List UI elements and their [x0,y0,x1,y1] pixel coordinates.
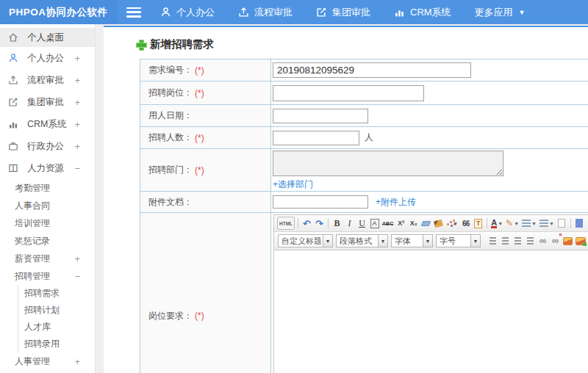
collapse-toggle[interactable]: − [74,163,80,174]
chevron-down-icon: ▼ [549,221,554,226]
book-icon [7,163,18,174]
sidebar-item-group-approval[interactable]: 集团审批 + [0,91,95,113]
image-icon [563,237,573,245]
sidebar-item-recruit-plan[interactable]: 招聘计划 [18,302,95,319]
sidebar-item-desktop[interactable]: 个人桌面 [0,28,95,47]
sidebar-item-flow-approval[interactable]: 流程审批 + [0,69,95,91]
menu-toggle-icon[interactable] [126,7,141,18]
remove-link-button[interactable]: ∞ [550,234,561,247]
demand-no-label: 需求编号：(*) [140,59,271,81]
sidebar-item-attendance[interactable]: 考勤管理 [0,179,95,197]
headcount-input[interactable] [273,131,359,145]
align-left-button[interactable] [487,234,498,247]
unordered-list-button[interactable]: ▼ [539,217,555,230]
attachment-label: 附件文档： [140,192,271,212]
paste-text-button[interactable]: T [474,219,483,228]
user-icon [160,7,176,18]
font-family-select[interactable]: 字体 ▼ [391,234,433,247]
highlight-color-button[interactable]: ✎▼ [505,217,520,230]
sidebar-item-hr[interactable]: 人力资源 − [0,157,95,179]
attachment-upload-link[interactable]: +附件上传 [376,196,416,209]
source-html-button[interactable]: HTML [277,217,295,230]
editor-content-area[interactable] [274,250,588,373]
image-plus-icon [576,237,586,245]
auto-typeset-button[interactable]: ▼ [445,217,459,230]
undo-icon[interactable]: ↶ [301,217,312,230]
chevron-down-icon: ▼ [514,221,519,226]
sidebar-item-rewards[interactable]: 奖惩记录 [0,232,95,250]
sidebar-item-hr-contract[interactable]: 人事合同 [0,197,95,214]
format-brush-button[interactable] [433,217,444,230]
clipped-toolbar-icon[interactable] [576,219,583,228]
attachment-input[interactable] [273,195,368,209]
sidebar-item-hr-mgmt[interactable]: 人事管理 + [0,352,95,370]
flow-approval-icon [238,7,254,18]
align-justify-button[interactable] [525,234,536,247]
expand-toggle[interactable]: + [74,141,80,152]
collapse-toggle[interactable]: − [74,271,80,282]
chevron-down-icon: ▼ [519,9,526,16]
font-size-select[interactable]: 字号 ▼ [436,234,481,247]
requirements-label: 岗位要求：(*) [140,213,271,373]
bar-chart-icon [7,119,18,130]
strikethrough-button[interactable]: ABC [381,217,394,230]
sidebar-item-crm[interactable]: CRM系统 + [0,113,95,135]
sidebar-item-recruitment[interactable]: 招聘管理 − [0,267,95,285]
ordered-list-button[interactable]: ▼ [521,217,537,230]
italic-button[interactable]: I [344,217,355,230]
required-mark: (*) [195,311,204,321]
department-textarea[interactable] [273,151,503,176]
insert-image-button[interactable] [562,234,573,247]
nav-personal-office[interactable]: 个人办公 [160,6,215,19]
border-text-button[interactable]: A [370,219,379,228]
sidebar-item-personal-office[interactable]: 个人办公 + [0,47,95,69]
upload-image-button[interactable] [575,234,586,247]
superscript-button[interactable]: X² [395,217,406,230]
top-bar: PHPOA协同办公软件 个人办公 流程审批 集团审批 CRM系统 更多应用 ▼ [0,0,588,24]
expand-toggle[interactable]: + [74,75,80,86]
underline-button[interactable]: U [356,217,368,230]
expand-toggle[interactable]: + [74,356,80,367]
chevron-down-icon: ▼ [323,234,333,247]
bold-button[interactable]: B [331,217,343,230]
sidebar-item-recruit-hire[interactable]: 招聘录用 [18,336,95,352]
align-right-icon [514,237,521,245]
align-center-icon [502,237,509,245]
headcount-label: 招聘人数：(*) [140,127,271,148]
expand-toggle[interactable]: + [74,53,80,64]
expand-toggle[interactable]: + [74,253,80,264]
hire-date-input[interactable] [273,109,368,123]
select-department-link[interactable]: +选择部门 [273,178,313,191]
align-center-button[interactable] [500,234,511,247]
subscript-button[interactable]: X₂ [408,217,419,230]
blockquote-button[interactable]: 66 [460,217,471,230]
custom-title-select[interactable]: 自定义标题 ▼ [278,234,333,247]
align-right-button[interactable] [512,234,523,247]
chevron-down-icon: ▼ [453,221,458,226]
chevron-down-icon: ▼ [498,221,503,226]
form-row-headcount: 招聘人数：(*) 人 [140,127,588,149]
font-color-button[interactable]: A▼ [490,217,503,230]
nav-more-apps[interactable]: 更多应用 ▼ [475,6,526,19]
insert-link-button[interactable]: ∞ [537,234,548,247]
sidebar-item-talent-pool[interactable]: 人才库 [18,319,95,336]
nav-crm[interactable]: CRM系统 [394,6,451,19]
chevron-down-icon: ▼ [531,221,537,226]
position-input[interactable] [273,85,424,101]
redo-icon[interactable]: ↷ [314,217,325,230]
expand-toggle[interactable]: + [74,97,80,108]
sidebar-item-recruit-demand[interactable]: 招聘需求 [18,285,95,302]
sidebar-item-admin-office[interactable]: 行政办公 + [0,135,95,157]
demand-no-input[interactable] [273,62,471,78]
new-page-button[interactable] [556,217,567,230]
expand-toggle[interactable]: + [74,119,80,130]
add-plus-icon [136,40,146,49]
app-logo[interactable]: PHPOA协同办公软件 [0,0,118,24]
nav-group-approval[interactable]: 集团审批 [316,6,370,19]
form-row-position: 招聘岗位：(*) [140,82,588,105]
nav-flow-approval[interactable]: 流程审批 [238,6,293,19]
remove-format-button[interactable] [420,217,431,230]
paragraph-format-select[interactable]: 段落格式 ▼ [336,234,388,247]
sidebar-item-salary[interactable]: 薪资管理 + [0,250,95,267]
sidebar-item-training[interactable]: 培训管理 [0,214,95,232]
